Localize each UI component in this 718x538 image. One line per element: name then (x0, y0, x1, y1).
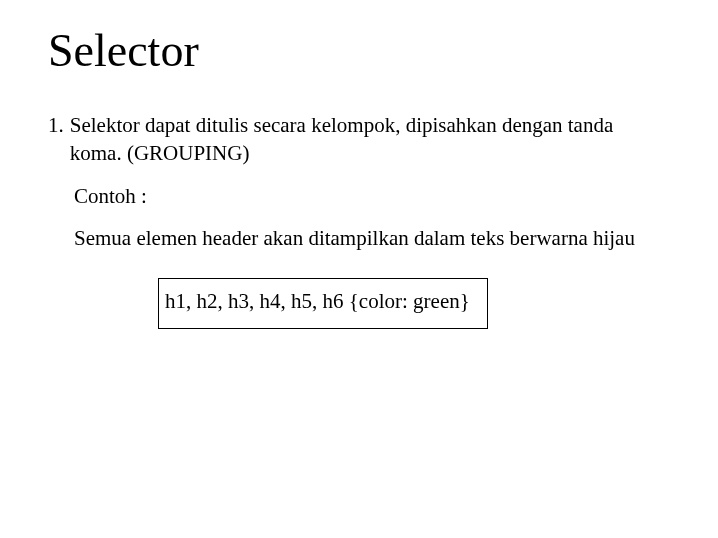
code-box-container: h1, h2, h3, h4, h5, h6 {color: green} (158, 278, 670, 329)
slide-page: Selector 1. Selektor dapat ditulis secar… (0, 0, 718, 329)
example-label: Contoh : (74, 182, 670, 210)
example-description: Semua elemen header akan ditampilkan dal… (74, 224, 670, 252)
list-item-1-text: Selektor dapat ditulis secara kelompok, … (70, 111, 670, 168)
list-item-1-number: 1. (48, 111, 70, 168)
list-item-1: 1. Selektor dapat ditulis secara kelompo… (48, 111, 670, 168)
code-example: h1, h2, h3, h4, h5, h6 {color: green} (158, 278, 488, 329)
slide-title: Selector (48, 24, 670, 77)
